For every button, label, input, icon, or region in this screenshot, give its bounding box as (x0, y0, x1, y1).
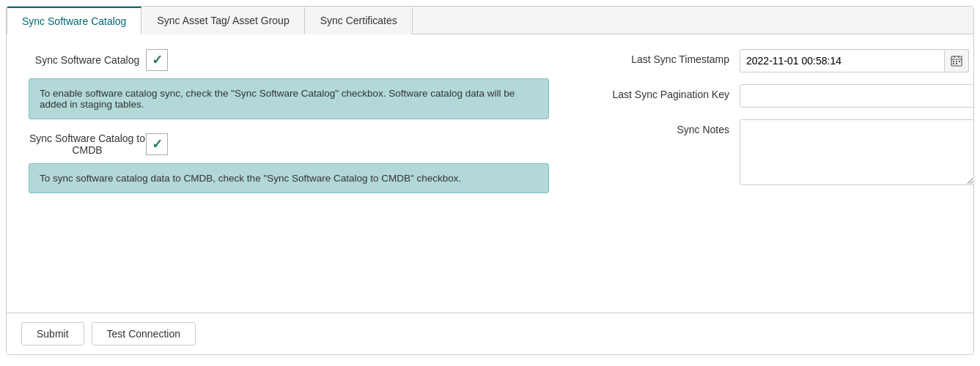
timestamp-input-wrapper (740, 49, 974, 72)
svg-rect-4 (953, 61, 954, 62)
info-box-2: To sync software catalog data to CMDB, c… (29, 163, 549, 193)
sync-cmdb-row: Sync Software Catalog to CMDB ✓ (29, 132, 564, 156)
svg-rect-6 (959, 61, 960, 62)
content-area: Sync Software Catalog ✓ To enable softwa… (7, 34, 973, 313)
sync-software-catalog-checkbox[interactable]: ✓ (146, 49, 168, 71)
tab-sync-asset-tag[interactable]: Sync Asset Tag/ Asset Group (141, 7, 304, 34)
pagination-row: Last Sync Pagination Key (593, 84, 974, 108)
tabs-bar: Sync Software Catalog Sync Asset Tag/ As… (7, 7, 973, 34)
pagination-input-wrapper (740, 84, 974, 108)
notes-label: Sync Notes (593, 119, 740, 135)
main-container: Sync Software Catalog Sync Asset Tag/ As… (6, 6, 974, 355)
sync-software-catalog-row: Sync Software Catalog ✓ (29, 49, 564, 71)
submit-button[interactable]: Submit (21, 322, 84, 346)
checkmark-icon-2: ✓ (152, 136, 163, 152)
timestamp-row: Last Sync Timestamp (593, 49, 974, 72)
tab-sync-software-catalog[interactable]: Sync Software Catalog (7, 7, 141, 34)
info-box-1: To enable software catalog sync, check t… (29, 78, 549, 119)
left-column: Sync Software Catalog ✓ To enable softwa… (29, 49, 564, 206)
notes-textarea-wrapper (740, 119, 974, 185)
notes-textarea[interactable] (740, 119, 974, 185)
calendar-icon (951, 55, 962, 67)
pagination-label: Last Sync Pagination Key (593, 84, 740, 100)
checkmark-icon: ✓ (152, 52, 163, 68)
timestamp-label: Last Sync Timestamp (593, 49, 740, 65)
notes-row: Sync Notes (593, 119, 974, 185)
pagination-input[interactable] (740, 84, 974, 108)
svg-rect-8 (956, 63, 957, 64)
timestamp-input[interactable] (740, 49, 945, 72)
tab-sync-certificates[interactable]: Sync Certificates (305, 7, 413, 34)
calendar-button[interactable] (945, 49, 969, 72)
footer-bar: Submit Test Connection (7, 313, 973, 354)
sync-software-catalog-label: Sync Software Catalog (29, 54, 146, 66)
main-grid: Sync Software Catalog ✓ To enable softwa… (29, 49, 951, 206)
sync-cmdb-label: Sync Software Catalog to CMDB (29, 132, 146, 156)
right-column: Last Sync Timestamp (593, 49, 974, 206)
test-connection-button[interactable]: Test Connection (92, 322, 196, 346)
svg-rect-5 (956, 61, 957, 62)
svg-rect-7 (953, 63, 954, 64)
sync-cmdb-checkbox[interactable]: ✓ (146, 133, 168, 155)
